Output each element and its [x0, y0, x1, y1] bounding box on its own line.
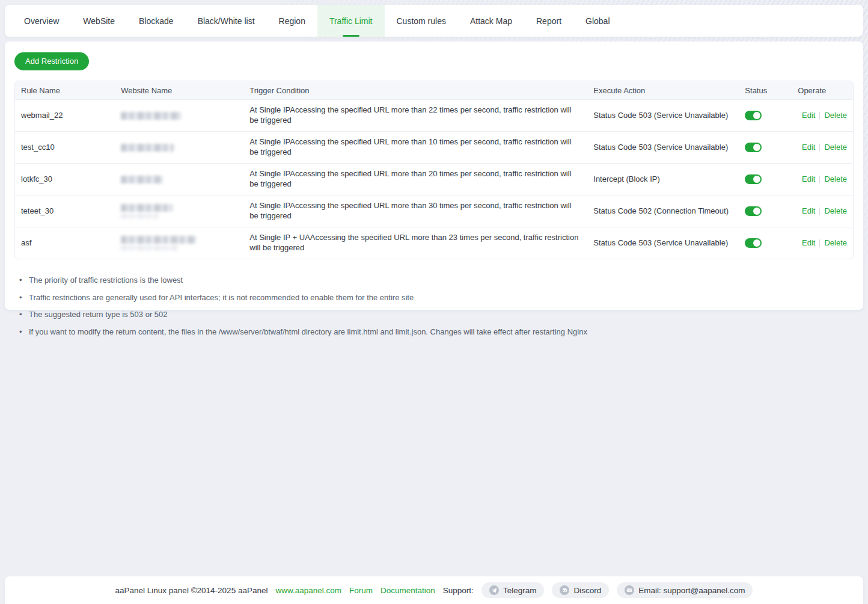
- discord-button[interactable]: Discord: [552, 582, 609, 598]
- edit-link[interactable]: Edit: [802, 143, 815, 152]
- execute-action-cell: Status Code 503 (Service Unavailable): [587, 131, 739, 163]
- table-row: webmail_22 At Single IPAccessing the spe…: [15, 99, 853, 131]
- traffic-limit-panel: Add Restriction Rule Name Website Name T…: [5, 42, 863, 310]
- table-row: lotkfc_30 At Single IPAccessing the spec…: [15, 163, 853, 195]
- tab-region[interactable]: Region: [267, 5, 317, 37]
- redacted-website-name: [121, 214, 158, 218]
- table-row: test_cc10 At Single IPAccessing the spec…: [15, 131, 853, 163]
- rule-name-cell: lotkfc_30: [15, 163, 115, 195]
- trigger-condition-cell: At Single IP + UAAccessing the specified…: [243, 227, 587, 259]
- note-item: The suggested return type is 503 or 502: [14, 309, 854, 320]
- telegram-button-label: Telegram: [503, 586, 537, 595]
- copyright-text: aaPanel Linux panel ©2014-2025 aaPanel: [115, 586, 268, 595]
- redacted-website-name: [121, 144, 174, 152]
- status-toggle[interactable]: [745, 143, 762, 152]
- tab-black-white-list[interactable]: Black/White list: [186, 5, 267, 37]
- telegram-icon: [489, 585, 499, 595]
- edit-link[interactable]: Edit: [802, 206, 815, 215]
- status-toggle[interactable]: [745, 206, 762, 216]
- column-header-status: Status: [739, 81, 792, 99]
- operate-divider: [819, 112, 820, 119]
- table-row: asf At Single IP + UAAccessing the speci…: [15, 227, 853, 259]
- rule-name-cell: webmail_22: [15, 99, 115, 131]
- delete-link[interactable]: Delete: [824, 206, 847, 215]
- telegram-button[interactable]: Telegram: [481, 582, 545, 598]
- rule-name-cell: asf: [15, 227, 115, 259]
- email-icon: [625, 585, 634, 595]
- top-tab-bar: Overview WebSite Blockade Black/White li…: [5, 5, 863, 37]
- trigger-condition-cell: At Single IPAccessing the specified URL …: [243, 195, 587, 227]
- tab-attack-map[interactable]: Attack Map: [458, 5, 524, 37]
- add-restriction-button[interactable]: Add Restriction: [14, 52, 89, 70]
- discord-button-label: Discord: [573, 586, 601, 595]
- trigger-condition-cell: At Single IPAccessing the specified URL …: [243, 163, 587, 195]
- tab-custom-rules[interactable]: Custom rules: [385, 5, 458, 37]
- trigger-condition-cell: At Single IPAccessing the specified URL …: [243, 99, 587, 131]
- support-label: Support:: [443, 586, 474, 595]
- operate-divider: [819, 239, 820, 247]
- redacted-website-name: [121, 112, 181, 120]
- edit-link[interactable]: Edit: [802, 111, 815, 120]
- redacted-website-name: [121, 236, 196, 244]
- waf-traffic-limit-page: Overview WebSite Blockade Black/White li…: [0, 0, 868, 604]
- rule-name-cell: test_cc10: [15, 131, 115, 163]
- column-header-rule-name: Rule Name: [15, 81, 115, 99]
- redacted-website-name: [121, 176, 163, 183]
- table-row: teteet_30 At Single IPAccessing the spec…: [15, 195, 853, 227]
- forum-link[interactable]: Forum: [349, 586, 373, 595]
- table-header-row: Rule Name Website Name Trigger Condition…: [15, 81, 853, 99]
- operate-divider: [819, 144, 820, 151]
- trigger-condition-cell: At Single IPAccessing the specified URL …: [243, 131, 587, 163]
- note-item: The priority of traffic restrictions is …: [14, 275, 854, 286]
- tab-overview[interactable]: Overview: [12, 5, 71, 37]
- email-button-label: Email: support@aapanel.com: [638, 586, 745, 595]
- operate-divider: [819, 208, 820, 215]
- tab-report[interactable]: Report: [524, 5, 573, 37]
- tab-website[interactable]: WebSite: [71, 5, 127, 37]
- column-header-execute-action: Execute Action: [587, 81, 739, 99]
- discord-icon: [560, 585, 569, 595]
- email-support-button[interactable]: Email: support@aapanel.com: [617, 582, 753, 598]
- column-header-trigger-condition: Trigger Condition: [243, 81, 587, 99]
- rule-name-cell: teteet_30: [15, 195, 115, 227]
- delete-link[interactable]: Delete: [824, 238, 847, 247]
- note-item: Traffic restrictions are generally used …: [14, 292, 854, 303]
- aapanel-site-link[interactable]: www.aapanel.com: [275, 586, 341, 595]
- tab-global[interactable]: Global: [573, 5, 622, 37]
- execute-action-cell: Status Code 503 (Service Unavailable): [587, 227, 739, 259]
- operate-divider: [819, 176, 820, 183]
- edit-link[interactable]: Edit: [802, 238, 815, 247]
- column-header-operate: Operate: [792, 81, 853, 99]
- redacted-website-name: [121, 204, 173, 212]
- redacted-website-name: [121, 245, 178, 250]
- notes-list: The priority of traffic restrictions is …: [14, 275, 854, 337]
- status-toggle[interactable]: [745, 174, 762, 184]
- page-footer: aaPanel Linux panel ©2014-2025 aaPanel w…: [5, 576, 863, 604]
- delete-link[interactable]: Delete: [824, 111, 847, 120]
- status-toggle[interactable]: [745, 238, 762, 248]
- execute-action-cell: Intercept (Block IP): [587, 163, 739, 195]
- traffic-rules-table: Rule Name Website Name Trigger Condition…: [14, 81, 854, 259]
- tab-blockade[interactable]: Blockade: [127, 5, 186, 37]
- delete-link[interactable]: Delete: [824, 143, 847, 152]
- edit-link[interactable]: Edit: [802, 174, 815, 183]
- note-item: If you want to modify the return content…: [14, 327, 854, 337]
- status-toggle[interactable]: [745, 111, 762, 120]
- execute-action-cell: Status Code 503 (Service Unavailable): [587, 99, 739, 131]
- delete-link[interactable]: Delete: [824, 174, 847, 183]
- column-header-website-name: Website Name: [115, 81, 243, 99]
- execute-action-cell: Status Code 502 (Connection Timeout): [587, 195, 739, 227]
- documentation-link[interactable]: Documentation: [381, 586, 435, 595]
- tab-traffic-limit[interactable]: Traffic Limit: [317, 5, 385, 37]
